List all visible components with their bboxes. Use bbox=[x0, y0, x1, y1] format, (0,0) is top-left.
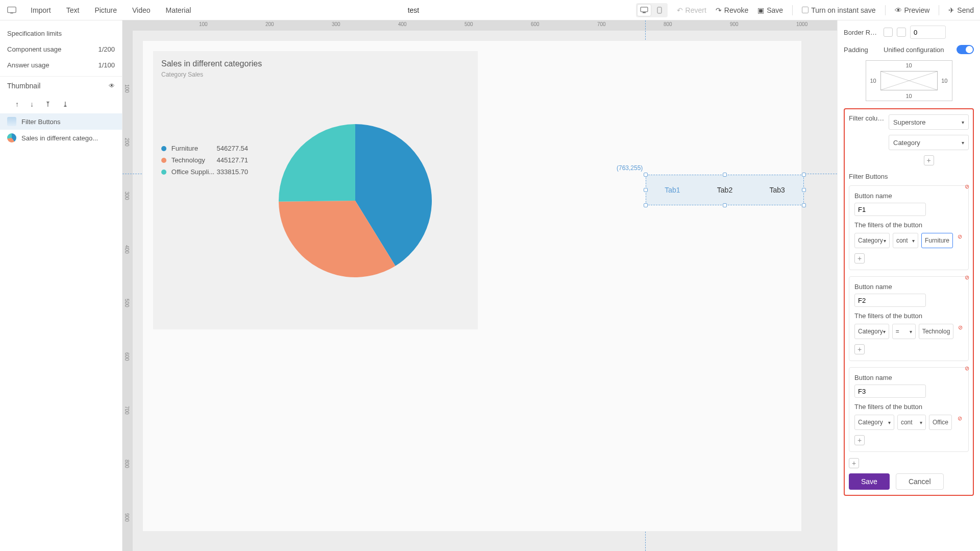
filter-column-select[interactable]: Category▾ bbox=[854, 415, 894, 430]
resize-handle-s[interactable] bbox=[723, 203, 727, 207]
send-button[interactable]: ✈Send bbox=[948, 6, 974, 14]
legend-item: Technology445127.71 bbox=[161, 156, 248, 164]
filter-value-input[interactable]: Technolog bbox=[919, 324, 954, 339]
button-name-input[interactable] bbox=[854, 294, 926, 307]
divider bbox=[792, 5, 793, 15]
chart-legend: Furniture546277.54Technology445127.71Off… bbox=[161, 145, 248, 180]
answer-usage-row: Answer usage1/100 bbox=[0, 57, 122, 73]
selection-coords: (763,255) bbox=[617, 164, 643, 172]
device-desktop-button[interactable] bbox=[638, 5, 651, 16]
padding-right-value[interactable]: 10 bbox=[941, 78, 947, 84]
artboard[interactable]: Sales in different categories Category S… bbox=[143, 41, 801, 531]
tab-2[interactable]: Tab2 bbox=[699, 175, 751, 205]
resize-handle-e[interactable] bbox=[802, 188, 806, 192]
resize-handle-n[interactable] bbox=[723, 173, 727, 177]
chevron-down-icon: ▾ bbox=[912, 238, 915, 244]
delete-condition-icon[interactable]: ⊘ bbox=[957, 233, 963, 240]
tab-3[interactable]: Tab3 bbox=[751, 175, 803, 205]
add-condition-button[interactable]: + bbox=[854, 253, 865, 263]
menu-text[interactable]: Text bbox=[66, 6, 80, 14]
radius-uniform-icon[interactable] bbox=[884, 28, 893, 37]
preview-button[interactable]: 👁Preview bbox=[895, 6, 930, 14]
add-condition-button[interactable]: + bbox=[854, 344, 865, 354]
resize-handle-se[interactable] bbox=[802, 203, 806, 207]
radius-separate-icon[interactable] bbox=[897, 28, 906, 37]
cancel-filters-button[interactable]: Cancel bbox=[896, 473, 944, 490]
component-icon bbox=[7, 117, 16, 126]
filter-operator-select[interactable]: cont▾ bbox=[897, 415, 926, 430]
chart-card[interactable]: Sales in different categories Category S… bbox=[153, 51, 478, 329]
document-title: test bbox=[191, 6, 635, 14]
delete-filter-icon[interactable]: ⊘ bbox=[963, 274, 970, 281]
resize-handle-sw[interactable] bbox=[644, 203, 648, 207]
menu-video[interactable]: Video bbox=[132, 6, 151, 14]
menu-material[interactable]: Material bbox=[166, 6, 191, 14]
datasource-select[interactable]: Superstore▾ bbox=[889, 114, 969, 130]
spec-limits-row: Specification limits bbox=[0, 26, 122, 41]
padding-top-value[interactable]: 10 bbox=[905, 62, 912, 68]
padding-label: Padding bbox=[844, 46, 879, 54]
layer-label: Sales in different catego... bbox=[21, 134, 98, 142]
eye-icon: 👁 bbox=[109, 82, 115, 89]
button-name-input[interactable] bbox=[854, 203, 926, 216]
device-mobile-button[interactable] bbox=[653, 5, 666, 16]
resize-handle-ne[interactable] bbox=[802, 173, 806, 177]
menu-picture[interactable]: Picture bbox=[94, 6, 117, 14]
delete-filter-icon[interactable]: ⊘ bbox=[963, 183, 970, 190]
add-filter-button[interactable]: + bbox=[849, 458, 859, 468]
revert-button[interactable]: ↶Revert bbox=[677, 6, 706, 14]
field-select[interactable]: Category▾ bbox=[889, 135, 969, 150]
eye-icon: 👁 bbox=[895, 6, 902, 14]
ruler-corner bbox=[122, 20, 133, 31]
delete-condition-icon[interactable]: ⊘ bbox=[956, 415, 963, 422]
legend-swatch bbox=[161, 170, 166, 175]
button-name-input[interactable] bbox=[854, 385, 926, 398]
filter-operator-select[interactable]: cont▾ bbox=[893, 233, 918, 248]
menu-import[interactable]: Import bbox=[31, 6, 51, 14]
filter-value-input[interactable]: Furniture bbox=[921, 233, 953, 248]
add-condition-button[interactable]: + bbox=[854, 435, 865, 445]
filter-button-card: ⊘ Button name The filters of the button … bbox=[849, 276, 969, 361]
resize-handle-nw[interactable] bbox=[644, 173, 648, 177]
add-column-button[interactable]: + bbox=[924, 155, 934, 165]
legend-swatch bbox=[161, 158, 166, 163]
chevron-down-icon: ▾ bbox=[883, 329, 886, 334]
svg-rect-2 bbox=[641, 7, 648, 12]
save-filters-button[interactable]: Save bbox=[849, 473, 890, 490]
move-down-icon[interactable]: ↓ bbox=[30, 100, 34, 108]
padding-diagram: 10 10 10 10 bbox=[866, 60, 952, 101]
revoke-button[interactable]: ↷Revoke bbox=[716, 6, 748, 14]
pie-chart bbox=[279, 124, 432, 277]
button-name-label: Button name bbox=[854, 192, 963, 200]
svg-rect-0 bbox=[8, 7, 16, 12]
chevron-down-icon: ▾ bbox=[884, 238, 886, 244]
border-radius-input[interactable] bbox=[910, 26, 946, 39]
tab-1[interactable]: Tab1 bbox=[646, 175, 699, 205]
svg-rect-1 bbox=[10, 12, 13, 13]
canvas-area: 1002003004005006007008009001000110012001… bbox=[122, 20, 837, 551]
align-toolbar: ↑ ↓ ⤒ ⤓ bbox=[0, 95, 122, 113]
component-usage-row: Component usage1/200 bbox=[0, 41, 122, 57]
delete-condition-icon[interactable]: ⊘ bbox=[958, 324, 963, 331]
chevron-down-icon: ▾ bbox=[920, 420, 922, 425]
padding-bottom-value[interactable]: 10 bbox=[905, 93, 912, 99]
move-bottom-icon[interactable]: ⤓ bbox=[62, 100, 68, 108]
chevron-down-icon: ▾ bbox=[962, 140, 964, 146]
filter-value-input[interactable]: Office bbox=[929, 415, 952, 430]
filter-column-select[interactable]: Category▾ bbox=[854, 233, 890, 248]
thumbnail-section[interactable]: Thumbnail👁 bbox=[0, 76, 122, 95]
filter-column-select[interactable]: Category▾ bbox=[854, 324, 889, 339]
move-top-icon[interactable]: ⤒ bbox=[45, 100, 51, 108]
filters-of-button-label: The filters of the button bbox=[854, 403, 963, 411]
filter-tabs-widget[interactable]: Tab1 Tab2 Tab3 bbox=[646, 175, 804, 205]
instant-save-toggle[interactable]: Turn on instant save bbox=[802, 6, 875, 14]
delete-filter-icon[interactable]: ⊘ bbox=[963, 365, 970, 372]
filter-operator-select[interactable]: =▾ bbox=[892, 324, 916, 339]
layer-filter-buttons[interactable]: Filter Buttons bbox=[0, 113, 122, 130]
unified-config-toggle[interactable] bbox=[957, 45, 974, 54]
padding-left-value[interactable]: 10 bbox=[870, 78, 876, 84]
resize-handle-w[interactable] bbox=[644, 188, 648, 192]
move-up-icon[interactable]: ↑ bbox=[15, 100, 19, 108]
save-button[interactable]: ▣Save bbox=[757, 6, 783, 14]
layer-chart[interactable]: Sales in different catego... bbox=[0, 130, 122, 146]
